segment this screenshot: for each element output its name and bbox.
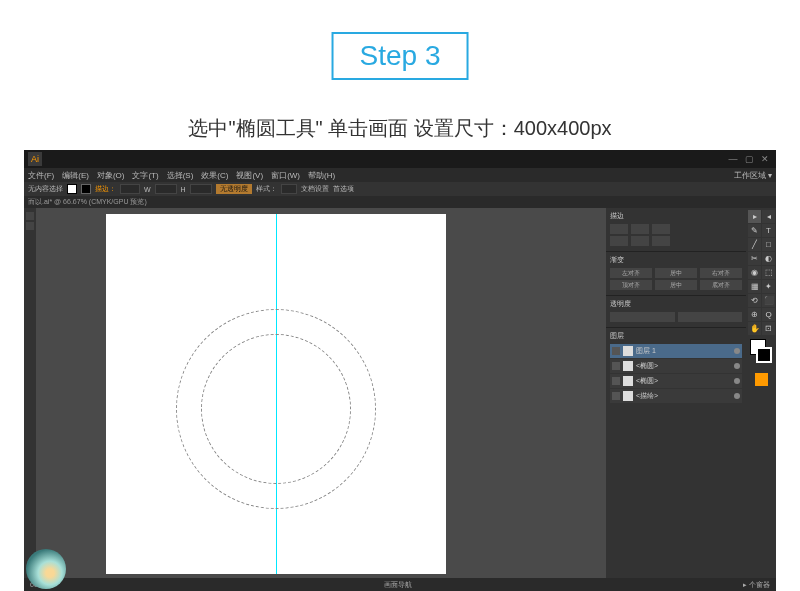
stroke-label: 描边： [95,184,116,194]
artboard[interactable] [106,214,446,574]
rotate-tool[interactable]: ◐ [762,252,775,265]
height-input[interactable] [190,184,212,194]
workspace-selector[interactable]: 工作区域 ▾ [734,170,772,181]
layer-target-icon[interactable] [734,363,740,369]
menu-help[interactable]: 帮助(H) [308,170,335,181]
eye-icon[interactable] [612,362,620,370]
fill-swatch[interactable] [67,184,77,194]
panels-column: 描边 渐变 左对齐 居中 右对齐 顶对齐 居中 底对齐 [606,208,746,578]
window-min-button[interactable]: — [726,153,740,165]
canvas-area[interactable] [36,208,606,578]
type-tool[interactable]: T [762,224,775,237]
transparency-panel: 透明度 [606,296,746,328]
layer-target-icon[interactable] [734,348,740,354]
style-label: 样式： [256,184,277,194]
zoom-tool[interactable]: Q [762,308,775,321]
h-label: H [181,186,186,193]
gradient-tool[interactable]: ✦ [762,280,775,293]
align-button[interactable]: 居中 [655,280,697,290]
menu-window[interactable]: 窗口(W) [271,170,300,181]
ellipse-tool[interactable]: ◉ [748,266,761,279]
layer-row[interactable]: <椭圆> [610,359,742,373]
app-logo: Ai [28,152,42,166]
control-bar: 无内容选择 描边： W H 无透明度 样式： 文档设置 首选项 [24,182,776,196]
document-tab[interactable]: 而以.ai* @ 66.67% (CMYK/GPU 预览) [28,197,147,207]
panel-control[interactable] [610,224,628,234]
window-max-button[interactable]: ▢ [742,153,756,165]
panel-control[interactable] [631,224,649,234]
align-button[interactable]: 右对齐 [700,268,742,278]
rail-icon[interactable] [26,222,34,230]
panel-control[interactable] [631,236,649,246]
stroke-weight-input[interactable] [120,184,140,194]
mesh-tool[interactable]: ▦ [748,280,761,293]
panel-control[interactable] [610,312,675,322]
panel-control[interactable] [652,236,670,246]
layer-name: 图层 1 [636,346,731,356]
left-rail [24,208,36,578]
panel-title: 描边 [610,211,742,221]
layer-name: <椭圆> [636,361,731,371]
rail-icon[interactable] [26,212,34,220]
panel-control[interactable] [652,224,670,234]
layer-thumbnail [623,346,633,356]
stroke-swatch[interactable] [81,184,91,194]
line-tool[interactable]: ╱ [748,238,761,251]
shape-tool[interactable]: ⬚ [762,266,775,279]
avatar [26,549,66,589]
selection-tool[interactable]: ▸ [748,210,761,223]
eye-icon[interactable] [612,392,620,400]
eyedropper-tool[interactable]: ⟲ [748,294,761,307]
status-right: ▸ 个窗器 [743,580,770,590]
style-input[interactable] [281,184,297,194]
panel-title: 透明度 [610,299,742,309]
preferences-button[interactable]: 首选项 [333,184,354,194]
menu-type[interactable]: 文字(T) [132,170,158,181]
hand-tool[interactable]: ✋ [748,322,761,335]
menu-object[interactable]: 对象(O) [97,170,125,181]
panel-control[interactable] [678,312,743,322]
menu-edit[interactable]: 编辑(E) [62,170,89,181]
instruction-text: 选中"椭圆工具" 单击画面 设置尺寸：400x400px [188,115,611,142]
selection-label: 无内容选择 [28,184,63,194]
artboard-tool[interactable]: ⊡ [762,322,775,335]
tools-panel: ▸ ◂ ✎ T ╱ □ ✂ ◐ ◉ ⬚ ▦ ✦ ⟲ ⬛ ⊕ Q ✋ [746,208,776,578]
layer-row[interactable]: <描绘> [610,389,742,403]
symbol-tool[interactable]: ⊕ [748,308,761,321]
blend-tool[interactable]: ⬛ [762,294,775,307]
eye-icon[interactable] [612,377,620,385]
align-button[interactable]: 底对齐 [700,280,742,290]
panel-control[interactable] [610,236,628,246]
menu-select[interactable]: 选择(S) [167,170,194,181]
opacity-button[interactable]: 无透明度 [216,184,252,194]
layer-target-icon[interactable] [734,378,740,384]
status-center: 画面导航 [384,580,412,590]
menu-effect[interactable]: 效果(C) [201,170,228,181]
layer-target-icon[interactable] [734,393,740,399]
panel-title: 渐变 [610,255,742,265]
stroke-panel: 描边 [606,208,746,252]
layer-thumbnail [623,376,633,386]
scissors-tool[interactable]: ✂ [748,252,761,265]
layer-row[interactable]: <椭圆> [610,374,742,388]
window-close-button[interactable]: ✕ [758,153,772,165]
ellipse-inner[interactable] [201,334,351,484]
menubar: 文件(F) 编辑(E) 对象(O) 文字(T) 选择(S) 效果(C) 视图(V… [24,168,776,182]
width-input[interactable] [155,184,177,194]
pen-tool[interactable]: ✎ [748,224,761,237]
align-button[interactable]: 居中 [655,268,697,278]
align-button[interactable]: 左对齐 [610,268,652,278]
layer-row[interactable]: 图层 1 [610,344,742,358]
menu-view[interactable]: 视图(V) [236,170,263,181]
color-picker[interactable] [746,337,776,371]
align-button[interactable]: 顶对齐 [610,280,652,290]
direct-selection-tool[interactable]: ◂ [762,210,775,223]
doc-setup-button[interactable]: 文档设置 [301,184,329,194]
menu-file[interactable]: 文件(F) [28,170,54,181]
stroke-color-icon[interactable] [756,347,772,363]
rectangle-tool[interactable]: □ [762,238,775,251]
eye-icon[interactable] [612,347,620,355]
w-label: W [144,186,151,193]
screen-mode-icon[interactable] [755,373,768,386]
document-tab-bar: 而以.ai* @ 66.67% (CMYK/GPU 预览) [24,196,776,208]
